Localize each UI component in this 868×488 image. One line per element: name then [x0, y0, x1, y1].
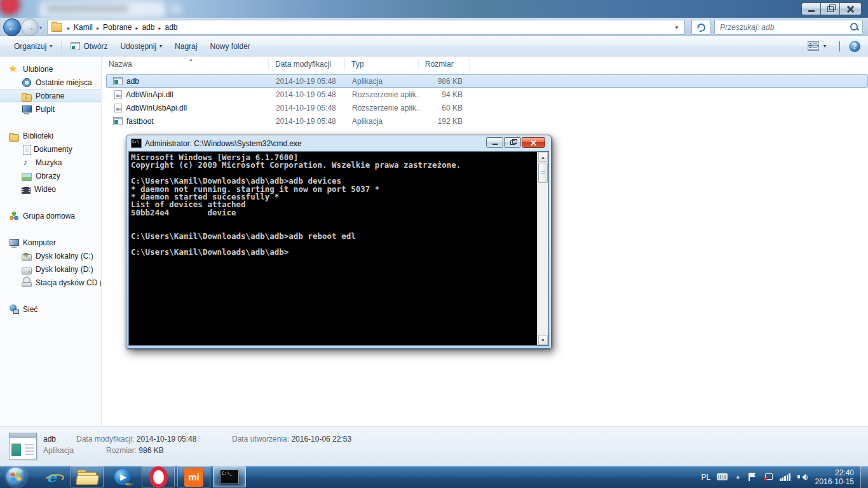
help-icon: ?	[852, 42, 857, 51]
toolbar-item-label: Organizuj	[14, 42, 46, 51]
sidebar-item-pulpit[interactable]: Pulpit	[0, 102, 101, 116]
cmd-minimize-button[interactable]	[486, 137, 503, 148]
breadcrumb[interactable]: ▸Kamil▸Pobrane▸adb▸adb ▼	[47, 20, 685, 35]
sidebar-item-label: Dokumenty	[34, 145, 72, 154]
explorer-toolbar: Organizuj▾OtwórzUdostępnij▾NagrajNowy fo…	[0, 36, 868, 57]
address-history-dropdown-icon[interactable]: ▼	[674, 25, 679, 30]
search-input[interactable]: Przeszukaj: adb	[714, 20, 863, 35]
column-header-typ[interactable]: Typ	[345, 58, 419, 70]
keyboard-layout-icon[interactable]	[717, 473, 728, 480]
sidebar-group-grupa-domowa[interactable]: Grupa domowa	[0, 209, 101, 222]
change-view-button[interactable]: ▾	[804, 39, 830, 53]
sidebar-item-dysk-lokalny-c-[interactable]: Dysk lokalny (C:)	[0, 249, 101, 262]
sidebar-item-label: Pulpit	[36, 105, 55, 114]
explorer-titlebar[interactable]	[0, 0, 868, 18]
file-row-adbwinusbapi.dll[interactable]: AdbWinUsbApi.dll2014-10-19 05:48Rozszerz…	[106, 101, 868, 114]
column-header-rozmiar[interactable]: Rozmiar	[419, 58, 470, 70]
toolbar-otw-rz-button[interactable]: Otwórz	[64, 39, 114, 53]
view-mode-icon	[808, 41, 819, 51]
clock[interactable]: 22:40 2016-10-15	[815, 468, 854, 486]
sidebar-item-wideo[interactable]: Wideo	[0, 182, 101, 196]
videos-icon	[22, 187, 31, 194]
taskbar-opera-button[interactable]	[142, 466, 175, 487]
minimize-button[interactable]	[801, 3, 820, 15]
close-button[interactable]	[839, 3, 862, 15]
preview-pane-button[interactable]	[839, 42, 840, 51]
file-size-cell: 94 KB	[419, 90, 470, 99]
file-name-label: AdbWinUsbApi.dll	[126, 104, 187, 112]
sidebar-group-biblioteki[interactable]: Biblioteki	[0, 129, 101, 142]
sidebar-item-dokumenty[interactable]: Dokumenty	[0, 142, 101, 156]
refresh-button[interactable]	[691, 20, 710, 35]
file-name-label: fastboot	[126, 117, 154, 126]
breadcrumb-segment-kamil-0[interactable]: Kamil	[74, 23, 93, 32]
cmd-scrollbar[interactable]: ▲ ▼	[537, 152, 548, 345]
taskbar-wmp-button[interactable]: ▶	[106, 466, 139, 487]
cmd-console[interactable]: Microsoft Windows [Wersja 6.1.7600]Copyr…	[131, 154, 536, 345]
cmd-icon	[220, 470, 239, 484]
sidebar-item-dysk-lokalny-d-[interactable]: Dysk lokalny (D:)	[0, 262, 101, 276]
sidebar-group-label: Komputer	[23, 238, 56, 247]
cmd-close-button[interactable]	[522, 137, 545, 148]
file-modified-cell: 2014-10-19 05:48	[269, 117, 346, 126]
details-created-label: Data utworzenia:	[232, 435, 289, 444]
restore-button[interactable]	[820, 3, 839, 15]
toolbar-item-label: Nowy folder	[210, 42, 250, 51]
cmd-titlebar[interactable]: Administrator: C:\Windows\System32\cmd.e…	[128, 135, 549, 151]
file-row-adbwinapi.dll[interactable]: AdbWinApi.dll2014-10-19 05:48Rozszerzeni…	[106, 88, 868, 101]
help-button[interactable]: ?	[849, 41, 860, 52]
sidebar-group-sieć[interactable]: Sieć	[0, 302, 101, 316]
show-hidden-icons-button[interactable]: ▲	[735, 474, 740, 480]
volume-icon[interactable]	[797, 473, 808, 481]
sidebar-item-stacja-dysków-cd-g[interactable]: Stacja dysków CD (G	[0, 276, 101, 289]
details-size-label: Rozmiar:	[106, 446, 137, 455]
close-icon	[847, 6, 854, 13]
sidebar-group-ulubione[interactable]: Ulubione	[0, 62, 101, 76]
details-created-value: 2016-10-06 22:53	[291, 435, 351, 444]
file-row-fastboot[interactable]: fastboot2014-10-19 05:48Aplikacja192 KB	[106, 114, 868, 128]
taskbar-ie-button[interactable]: e	[35, 466, 68, 487]
sidebar-item-ostatnie-miejsca[interactable]: Ostatnie miejsca	[0, 76, 101, 89]
navigation-pane: UlubioneOstatnie miejscaPobranePulpitBib…	[0, 57, 102, 427]
file-row-adb[interactable]: adb2014-10-19 05:48Aplikacja986 KB	[106, 74, 868, 88]
taskbar-cmd-button[interactable]	[213, 466, 246, 487]
network-signal-icon[interactable]	[780, 473, 790, 481]
sidebar-group-gap	[0, 116, 101, 129]
sidebar-group-gap	[0, 289, 101, 302]
sidebar-item-muzyka[interactable]: Muzyka	[0, 156, 101, 169]
column-header-nazwa[interactable]: Nazwa	[102, 58, 269, 70]
sidebar-group-komputer[interactable]: Komputer	[0, 236, 101, 249]
sidebar-item-pobrane[interactable]: Pobrane	[0, 89, 101, 102]
documents-icon	[23, 145, 31, 155]
breadcrumb-segment-pobrane-1[interactable]: Pobrane	[103, 23, 132, 32]
toolbar-nowy-folder-button[interactable]: Nowy folder	[203, 39, 256, 53]
scroll-down-button[interactable]: ▼	[538, 335, 548, 345]
back-button[interactable]: ←	[3, 18, 21, 36]
start-button[interactable]	[6, 467, 26, 487]
toolbar-nagraj-button[interactable]: Nagraj	[168, 39, 203, 53]
sidebar-group-label: Ulubione	[23, 65, 53, 74]
taskbar-explorer-button[interactable]	[71, 466, 104, 487]
scroll-up-button[interactable]: ▲	[538, 152, 548, 162]
recent-pages-dropdown[interactable]: ▾	[39, 25, 42, 30]
show-desktop-button[interactable]	[860, 466, 868, 488]
cmd-restore-button[interactable]	[504, 137, 521, 148]
sidebar-group-gap	[0, 222, 101, 236]
sidebar-item-obrazy[interactable]: Obrazy	[0, 169, 101, 182]
toolbar-organizuj-button[interactable]: Organizuj▾	[8, 39, 58, 53]
language-indicator[interactable]: PL	[702, 473, 711, 482]
console-line: C:\Users\Kamil\Downloads\adb\adb>	[131, 248, 536, 256]
details-modified-label: Data modyfikacji:	[76, 435, 134, 444]
action-center-flag-icon[interactable]	[748, 473, 756, 481]
details-file-name: adb	[43, 435, 56, 444]
breadcrumb-segment-adb-3[interactable]: adb	[165, 23, 177, 32]
toolbar-udost-pnij-button[interactable]: Udostępnij▾	[114, 39, 168, 53]
file-type-cell: Aplikacja	[346, 77, 419, 86]
scrollbar-thumb[interactable]	[538, 163, 548, 183]
forward-button[interactable]: →	[21, 18, 39, 36]
breadcrumb-segment-adb-2[interactable]: adb	[142, 23, 154, 32]
local-disk-c-icon	[22, 254, 32, 261]
safely-remove-hardware-icon[interactable]	[763, 473, 773, 481]
taskbar-mi-button[interactable]: mi	[177, 466, 210, 487]
column-header-data-modyfikacji[interactable]: Data modyfikacji	[269, 58, 345, 70]
